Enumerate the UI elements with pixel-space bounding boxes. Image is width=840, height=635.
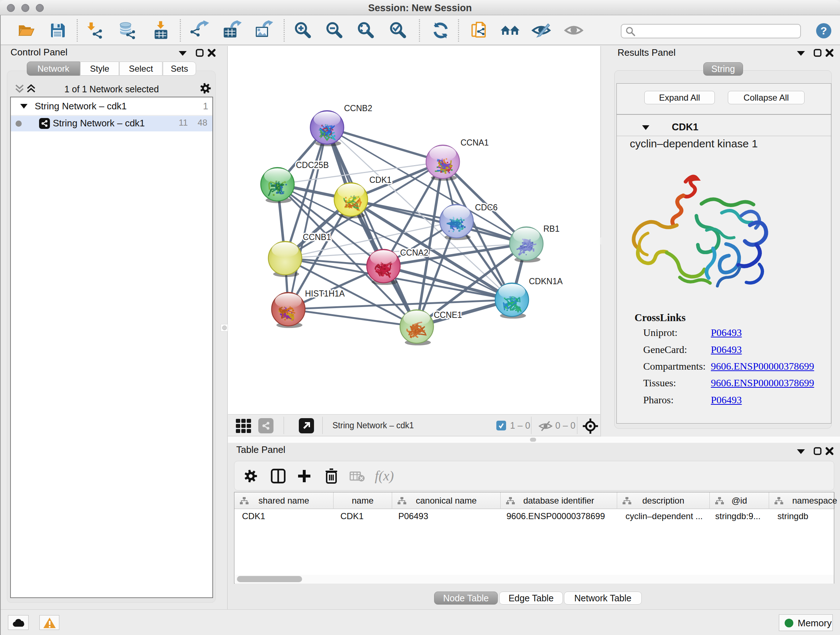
svg-text:CCNB2: CCNB2 <box>344 103 372 113</box>
svg-text:CCNA1: CCNA1 <box>461 138 489 147</box>
svg-text:RB1: RB1 <box>543 224 560 233</box>
svg-text:HIST1H1A: HIST1H1A <box>305 289 345 298</box>
svg-text:CCNE1: CCNE1 <box>434 310 462 320</box>
svg-text:CDK1: CDK1 <box>369 175 392 185</box>
svg-text:CCNB1: CCNB1 <box>303 233 331 242</box>
svg-text:CDC25B: CDC25B <box>296 160 329 170</box>
svg-text:CDC6: CDC6 <box>475 203 498 212</box>
svg-text:CDKN1A: CDKN1A <box>529 277 563 286</box>
svg-text:CCNA2: CCNA2 <box>400 248 428 257</box>
